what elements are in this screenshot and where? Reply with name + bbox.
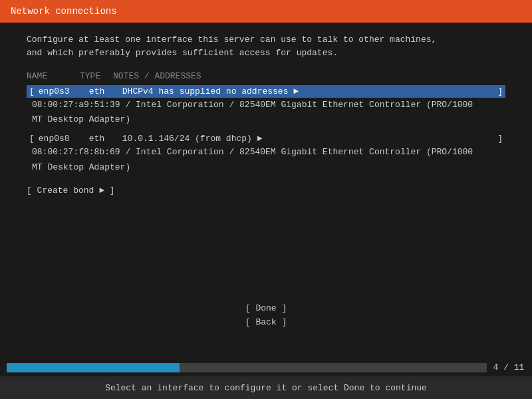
back-button[interactable]: [ Back ] xyxy=(233,316,299,329)
progress-bar-fill xyxy=(7,363,180,372)
status-text: Select an interface to configure it or s… xyxy=(105,383,427,393)
interface-type-enp0s8: eth xyxy=(89,134,122,144)
interface-detail2-enp0s3: MT Desktop Adapter) xyxy=(27,112,505,127)
title-bar: Network connections xyxy=(0,0,532,23)
main-content: Configure at least one interface this se… xyxy=(0,23,532,329)
col-header-name: NAME xyxy=(27,71,80,81)
progress-bar-container xyxy=(7,363,487,372)
bracket-left-enp0s3: [ xyxy=(29,86,35,96)
status-bar: Select an interface to configure it or s… xyxy=(0,376,532,399)
interface-notes-enp0s3: DHCPv4 has supplied no addresses ► xyxy=(122,86,497,96)
network-table: NAME TYPE NOTES / ADDRESSES [ enp0s3 eth… xyxy=(27,70,505,175)
done-button[interactable]: [ Done ] xyxy=(233,302,299,315)
interface-notes-enp0s8: 10.0.1.146/24 (from dhcp) ► xyxy=(122,134,497,144)
progress-label: 4 / 11 xyxy=(492,362,525,372)
interface-row-enp0s8[interactable]: [ enp0s8 eth 10.0.1.146/24 (from dhcp) ►… xyxy=(27,132,505,174)
title-label: Network connections xyxy=(11,6,117,17)
bracket-right-enp0s8: ] xyxy=(497,134,503,144)
interface-detail1-enp0s3: 08:00:27:a9:51:39 / Intel Corporation / … xyxy=(27,98,505,112)
description-line2: and which preferably provides sufficient… xyxy=(27,47,505,60)
col-header-type: TYPE xyxy=(80,71,113,81)
interface-detail2-enp0s8: MT Desktop Adapter) xyxy=(27,160,505,175)
description: Configure at least one interface this se… xyxy=(27,33,505,59)
create-bond-button[interactable]: [ Create bond ► ] xyxy=(27,186,505,196)
interface-row-main-enp0s8[interactable]: [ enp0s8 eth 10.0.1.146/24 (from dhcp) ►… xyxy=(27,132,505,145)
bracket-left-enp0s8: [ xyxy=(29,134,35,144)
action-buttons: [ Done ] [ Back ] xyxy=(27,302,505,329)
interface-row-enp0s3[interactable]: [ enp0s3 eth DHCPv4 has supplied no addr… xyxy=(27,85,505,127)
interface-name-enp0s8: enp0s8 xyxy=(36,134,89,144)
description-line1: Configure at least one interface this se… xyxy=(27,33,505,47)
col-header-notes: NOTES / ADDRESSES xyxy=(113,71,505,81)
progress-section: 4 / 11 xyxy=(0,358,532,376)
table-header: NAME TYPE NOTES / ADDRESSES xyxy=(27,70,505,82)
interface-name-enp0s3: enp0s3 xyxy=(36,86,89,96)
bracket-right-enp0s3: ] xyxy=(497,86,503,96)
interface-type-enp0s3: eth xyxy=(89,86,122,96)
interface-row-main-enp0s3[interactable]: [ enp0s3 eth DHCPv4 has supplied no addr… xyxy=(27,85,505,98)
interface-detail1-enp0s8: 08:00:27:f8:8b:69 / Intel Corporation / … xyxy=(27,145,505,160)
